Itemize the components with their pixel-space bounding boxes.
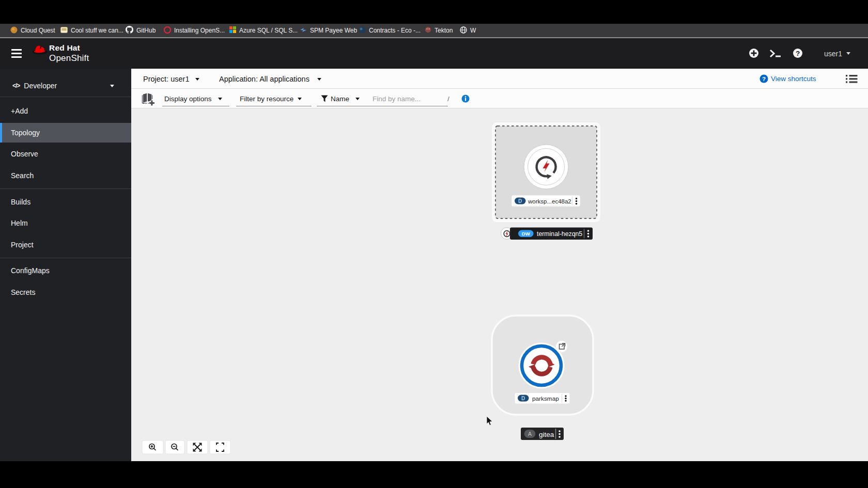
svg-text:D: D [518, 198, 522, 204]
svg-text:A: A [528, 431, 532, 437]
svg-text:terminal-hezqn5: terminal-hezqn5 [537, 230, 582, 238]
svg-text:parksmap: parksmap [532, 395, 559, 402]
svg-text:?: ? [762, 76, 766, 82]
svg-text:DW: DW [522, 231, 530, 237]
svg-text:?: ? [796, 50, 800, 57]
svg-text:gitea: gitea [539, 431, 554, 438]
svg-text:worksp...ec48a2: worksp...ec48a2 [528, 198, 571, 204]
svg-text:D: D [521, 396, 525, 401]
